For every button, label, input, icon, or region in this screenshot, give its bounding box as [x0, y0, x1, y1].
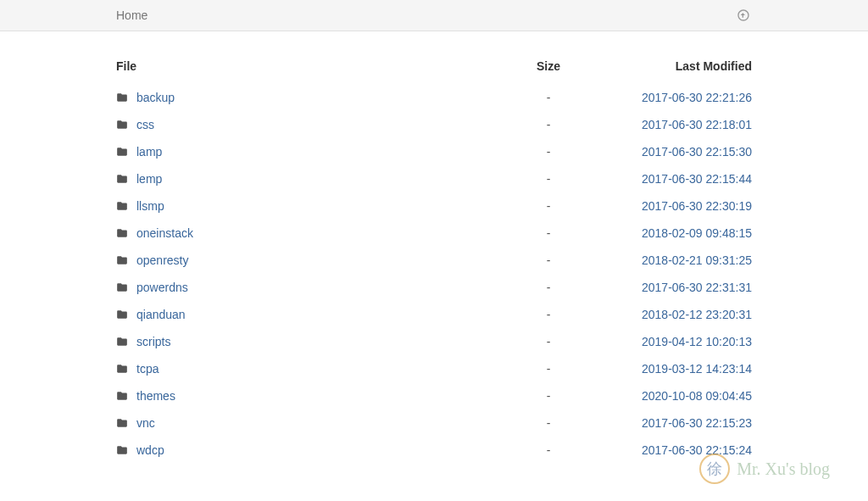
file-link[interactable]: tcpa: [136, 362, 159, 376]
table-row: vnc-2017-06-30 22:15:23: [116, 409, 752, 437]
modified-date: 2020-10-08 09:04:45: [642, 389, 752, 403]
folder-icon: [116, 173, 128, 185]
table-row: lemp-2017-06-30 22:15:44: [116, 165, 752, 192]
file-link[interactable]: llsmp: [136, 199, 164, 213]
table-row: tcpa-2019-03-12 14:23:14: [116, 355, 752, 382]
file-cell: scripts: [116, 335, 515, 348]
modified-date: 2019-04-12 10:20:13: [642, 335, 752, 348]
topbar: Home: [0, 0, 868, 31]
up-button[interactable]: [735, 7, 752, 24]
modified-date: 2017-06-30 22:15:44: [642, 172, 752, 186]
modified-cell: 2017-06-30 22:15:24: [582, 443, 752, 457]
modified-cell: 2017-06-30 22:15:23: [582, 416, 752, 430]
folder-icon: [116, 119, 128, 131]
size-cell: -: [515, 281, 582, 294]
modified-date: 2017-06-30 22:15:30: [642, 145, 752, 159]
file-link[interactable]: css: [136, 118, 154, 131]
file-cell: wdcp: [116, 443, 515, 457]
file-cell: openresty: [116, 253, 515, 267]
size-cell: -: [515, 226, 582, 240]
file-link[interactable]: oneinstack: [136, 226, 193, 240]
file-cell: backup: [116, 91, 515, 104]
file-cell: qianduan: [116, 308, 515, 321]
modified-cell: 2018-02-12 23:20:31: [582, 308, 752, 321]
modified-cell: 2017-06-30 22:15:44: [582, 172, 752, 186]
size-cell: -: [515, 91, 582, 104]
table-header: File Size Last Modified: [116, 53, 752, 84]
file-link[interactable]: vnc: [136, 416, 155, 430]
modified-cell: 2019-04-12 10:20:13: [582, 335, 752, 348]
size-cell: -: [515, 335, 582, 348]
file-link[interactable]: backup: [136, 91, 175, 104]
file-cell: css: [116, 118, 515, 131]
file-cell: llsmp: [116, 199, 515, 213]
table-row: backup-2017-06-30 22:21:26: [116, 84, 752, 111]
modified-cell: 2017-06-30 22:30:19: [582, 199, 752, 213]
table-row: oneinstack-2018-02-09 09:48:15: [116, 220, 752, 247]
modified-cell: 2018-02-21 09:31:25: [582, 253, 752, 267]
size-cell: -: [515, 416, 582, 430]
folder-icon: [116, 363, 128, 375]
modified-date: 2018-02-21 09:31:25: [642, 253, 752, 267]
file-cell: powerdns: [116, 281, 515, 294]
file-link[interactable]: lamp: [136, 145, 162, 159]
modified-cell: 2019-03-12 14:23:14: [582, 362, 752, 376]
table-row: qianduan-2018-02-12 23:20:31: [116, 301, 752, 328]
table-row: css-2017-06-30 22:18:01: [116, 111, 752, 138]
arrow-up-circle-icon: [737, 8, 750, 22]
table-row: scripts-2019-04-12 10:20:13: [116, 328, 752, 355]
file-link[interactable]: lemp: [136, 172, 162, 186]
file-listing: File Size Last Modified backup-2017-06-3…: [108, 31, 760, 464]
modified-date: 2017-06-30 22:31:31: [642, 281, 752, 294]
file-cell: lamp: [116, 145, 515, 159]
folder-icon: [116, 417, 128, 429]
folder-icon: [116, 200, 128, 212]
folder-icon: [116, 390, 128, 402]
folder-icon: [116, 309, 128, 320]
size-cell: -: [515, 118, 582, 131]
modified-cell: 2018-02-09 09:48:15: [582, 226, 752, 240]
modified-cell: 2017-06-30 22:31:31: [582, 281, 752, 294]
table-row: wdcp-2017-06-30 22:15:24: [116, 437, 752, 464]
size-cell: -: [515, 145, 582, 159]
size-cell: -: [515, 389, 582, 403]
file-cell: oneinstack: [116, 226, 515, 240]
modified-date: 2017-06-30 22:21:26: [642, 91, 752, 104]
file-link[interactable]: themes: [136, 389, 175, 403]
file-link[interactable]: wdcp: [136, 443, 164, 457]
modified-cell: 2017-06-30 22:15:30: [582, 145, 752, 159]
folder-icon: [116, 281, 128, 293]
modified-cell: 2017-06-30 22:18:01: [582, 118, 752, 131]
file-link[interactable]: scripts: [136, 335, 170, 348]
file-cell: tcpa: [116, 362, 515, 376]
file-link[interactable]: powerdns: [136, 281, 188, 294]
folder-icon: [116, 146, 128, 158]
modified-date: 2018-02-09 09:48:15: [642, 226, 752, 240]
folder-icon: [116, 336, 128, 348]
size-cell: -: [515, 443, 582, 457]
modified-date: 2018-02-12 23:20:31: [642, 308, 752, 321]
size-cell: -: [515, 199, 582, 213]
file-link[interactable]: openresty: [136, 253, 188, 267]
size-cell: -: [515, 308, 582, 321]
table-row: lamp-2017-06-30 22:15:30: [116, 138, 752, 165]
file-cell: lemp: [116, 172, 515, 186]
modified-cell: 2017-06-30 22:21:26: [582, 91, 752, 104]
modified-date: 2017-06-30 22:15:24: [642, 443, 752, 457]
modified-date: 2017-06-30 22:15:23: [642, 416, 752, 430]
modified-date: 2019-03-12 14:23:14: [642, 362, 752, 376]
breadcrumb-home[interactable]: Home: [116, 8, 147, 22]
modified-date: 2017-06-30 22:18:01: [642, 118, 752, 131]
size-cell: -: [515, 362, 582, 376]
file-link[interactable]: qianduan: [136, 308, 186, 321]
folder-icon: [116, 254, 128, 266]
header-size: Size: [515, 59, 582, 73]
file-cell: themes: [116, 389, 515, 403]
header-modified: Last Modified: [582, 59, 752, 73]
table-row: powerdns-2017-06-30 22:31:31: [116, 274, 752, 301]
modified-cell: 2020-10-08 09:04:45: [582, 389, 752, 403]
size-cell: -: [515, 172, 582, 186]
header-file: File: [116, 59, 515, 73]
table-row: llsmp-2017-06-30 22:30:19: [116, 192, 752, 220]
folder-icon: [116, 227, 128, 239]
